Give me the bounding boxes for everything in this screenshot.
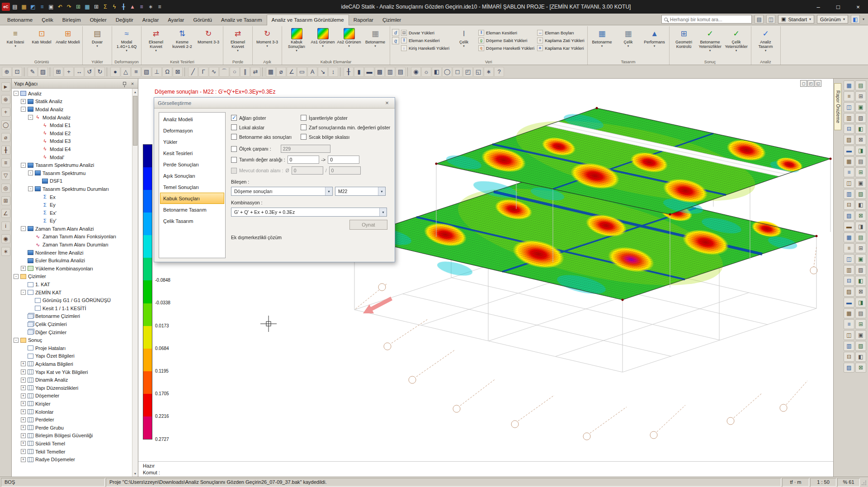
copy-icon[interactable]: ⊞	[74, 3, 82, 11]
tree-expander[interactable]: -	[14, 91, 19, 96]
component-select[interactable]: M22▾	[335, 187, 386, 196]
right-panel-icon-46[interactable]: ⊞	[855, 319, 866, 329]
tree-item-d-emeler[interactable]: +Döşemeler	[12, 392, 138, 400]
tree-expander[interactable]: +	[21, 433, 26, 438]
layers-icon[interactable]: ≡	[137, 3, 146, 11]
tab-de-i-tir[interactable]: Değiştir	[111, 15, 138, 25]
camera-icon[interactable]: ◉	[411, 67, 421, 77]
dialog-list-item-deformasyon[interactable]: Deformasyon	[160, 125, 224, 136]
ribbon-button-elik[interactable]: ▦Çelik▾	[616, 27, 641, 47]
right-panel-icon-9[interactable]: ⊟	[844, 124, 854, 134]
right-panel-icon-47[interactable]: ◫	[844, 330, 854, 340]
data-item-kaplama-kar-y-kleri[interactable]: ∗Kaplama Kar Yükleri	[537, 44, 584, 52]
tree-item-modal[interactable]: ϟModal'	[12, 153, 138, 161]
layers-tool-icon[interactable]: ≡	[1, 158, 10, 167]
dialog-list-item-perde-sonu-lar[interactable]: Perde Sonuçları	[160, 159, 224, 170]
grid-toggle-icon[interactable]: ⊞	[1, 196, 10, 205]
grid-icon[interactable]: ⊞	[92, 3, 100, 11]
tree-expander[interactable]: +	[21, 361, 26, 366]
right-panel-icon-12[interactable]: ⊠	[855, 135, 866, 145]
data-item-eleman-boylar[interactable]: ↔Eleman Boyları	[537, 29, 584, 36]
tree-item-elik-izimleri[interactable]: Çelik Çizimleri	[12, 320, 138, 328]
right-panel-icon-34[interactable]: ▣	[855, 254, 866, 264]
tree-item-modal-e1[interactable]: ϟModal E1	[12, 121, 138, 129]
undo-icon[interactable]: ↶	[56, 3, 64, 11]
tree-item-analiz[interactable]: -Analiz	[12, 90, 138, 98]
right-panel-icon-45[interactable]: ≡	[844, 319, 854, 329]
canvas-viewport[interactable]: Döşeme sonuçları - M22 : G'+Q'+Ex+0.3Ey+…	[138, 79, 833, 477]
tree-item-perde-grubu[interactable]: +Perde Grubu	[12, 424, 138, 432]
zoom-window-icon[interactable]: ⊡	[12, 67, 22, 77]
right-panel-icon-48[interactable]: ▣	[855, 330, 866, 340]
orbit-icon[interactable]: ◯	[442, 67, 452, 77]
right-panel-icon-13[interactable]: ▬	[844, 146, 854, 156]
ribbon-button-kesme-kuvveti-2-2[interactable]: ⇅Kesme kuvveti 2-2	[170, 27, 195, 49]
tab-g-r-nt[interactable]: Görüntü	[189, 15, 217, 25]
dialog-list-item-a-k-sonu-lar[interactable]: Aşık Sonuçları	[160, 170, 224, 181]
sum-icon[interactable]: Σ	[101, 3, 109, 11]
bolt-icon[interactable]: ϟ	[110, 3, 118, 11]
tree-item-zemi-n-kat[interactable]: -ZEMİN KAT	[12, 288, 138, 297]
right-panel-icon-43[interactable]: ▦	[844, 308, 854, 318]
zoom-tool-icon[interactable]: ⊕	[1, 95, 10, 104]
tree-item-modal-analiz[interactable]: -ϟModal Analiz	[12, 113, 138, 122]
right-panel-icon-4[interactable]: ⊞	[855, 91, 866, 101]
ribbon-button-betonarme[interactable]: ▦Betonarme▾	[590, 27, 615, 47]
ribbon-button-performans[interactable]: ▲Performans▾	[642, 27, 667, 47]
move-icon[interactable]: ↔	[74, 67, 84, 77]
right-panel-icon-52[interactable]: ◧	[855, 352, 866, 362]
rotate-icon[interactable]: ↺	[85, 67, 94, 77]
theme-icon[interactable]: ◧	[851, 15, 860, 24]
dimension-icon[interactable]: ↕	[328, 67, 338, 77]
right-panel-icon-17[interactable]: ≡	[844, 167, 854, 177]
right-panel-icon-31[interactable]: ≡	[844, 243, 854, 253]
tree-item-zaman-tan-m-alan-durumlar[interactable]: ∿Zaman Tanım Alanı Durumları	[12, 241, 138, 249]
tree-item-1-kat[interactable]: 1. KAT	[12, 280, 138, 288]
value-range-from-input[interactable]: 0	[288, 156, 319, 164]
tree-item-perdeler[interactable]: +Perdeler	[12, 416, 138, 424]
app-logo-icon[interactable]: eC	[2, 3, 10, 11]
tree-expander[interactable]: +	[21, 99, 26, 104]
maximize-button[interactable]: □	[828, 0, 848, 14]
ribbon-button-elik[interactable]: IÇelik▾	[451, 27, 476, 47]
right-panel-icon-30[interactable]: ▤	[855, 232, 866, 242]
resize-grip[interactable]	[860, 478, 868, 487]
tree-expander[interactable]: +	[21, 457, 26, 462]
print-icon[interactable]: ▤	[755, 15, 764, 24]
right-panel-icon-38[interactable]: ◧	[855, 276, 866, 286]
right-panel-icon-10[interactable]: ◧	[855, 124, 866, 134]
ribbon-button-kabuk-sonu-lar[interactable]: Kabuk Sonuçları▾	[284, 27, 309, 52]
filter-tool-icon[interactable]: ▽	[1, 171, 10, 180]
slab-icon[interactable]: ▩	[375, 67, 385, 77]
right-panel-icon-15[interactable]: ▦	[844, 156, 854, 166]
value-range-checkbox[interactable]	[231, 157, 237, 163]
value-range-to-input[interactable]: 0	[328, 156, 359, 164]
tree-item-yap-kat-ve-y-k-bilgileri[interactable]: +Yapı Kat ve Yük Bilgileri	[12, 368, 138, 376]
flag-icon[interactable]: ▲	[128, 3, 137, 11]
data-item-d-eme-hareketli-y-kleri[interactable]: qDöşeme Hareketli Yükleri	[478, 44, 534, 52]
new-file-icon[interactable]: ▤	[11, 3, 19, 11]
play-button[interactable]: Oynat	[349, 220, 387, 230]
chevron-down-icon[interactable]: ▾	[863, 17, 864, 21]
right-panel-icon-6[interactable]: ▣	[855, 102, 866, 112]
tree-item-zaman-tan-m-alan-fonksiyonlar[interactable]: ∿Zaman Tanım Alanı Fonksiyonları	[12, 233, 138, 241]
right-panel-icon-29[interactable]: ▦	[844, 232, 854, 242]
tree-item-proje-hatalar[interactable]: Proje Hataları	[12, 344, 138, 352]
pin-icon[interactable]	[123, 82, 126, 85]
right-panel-icon-40[interactable]: ⊠	[855, 287, 866, 297]
scroll-up-icon[interactable]: ▲	[132, 89, 138, 95]
gorunum-select[interactable]: Görünüm ▾	[817, 15, 848, 24]
offset-icon[interactable]: ∥	[240, 67, 250, 77]
tree-item-ex[interactable]: ΣEx'	[12, 209, 138, 217]
tree-item-dinamik-analiz[interactable]: +Dinamik Analiz	[12, 376, 138, 384]
tree-expander[interactable]: +	[21, 266, 26, 271]
right-panel-icon-3[interactable]: ≡	[844, 91, 854, 101]
beam-icon[interactable]: ▬	[364, 67, 374, 77]
tree-item-birle-im-b-lgesi-g-venli-i[interactable]: +Birleşim Bölgesi Güvenliği	[12, 432, 138, 440]
table-icon[interactable]: ▦	[83, 3, 91, 11]
dialog-close-icon[interactable]: ×	[383, 99, 391, 106]
right-panel-icon-23[interactable]: ⊟	[844, 200, 854, 210]
pan-tool-icon[interactable]: +	[1, 108, 10, 117]
tree-expander[interactable]: -	[28, 115, 33, 120]
right-panel-icon-20[interactable]: ▣	[855, 178, 866, 188]
